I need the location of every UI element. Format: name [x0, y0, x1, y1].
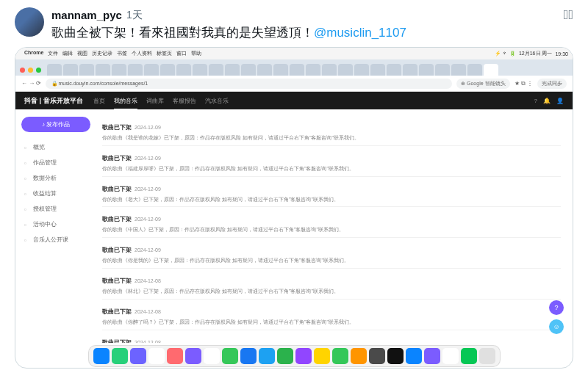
- msg-date: 2024-12-08: [135, 309, 161, 314]
- dock-app-icon[interactable]: [277, 348, 293, 364]
- dock-app-icon[interactable]: [259, 348, 275, 364]
- browser-tab[interactable]: [322, 64, 337, 76]
- browser-tab[interactable]: [370, 64, 385, 76]
- user-avatar[interactable]: 👤: [556, 98, 564, 104]
- dock-app-icon[interactable]: [295, 348, 312, 364]
- browser-tab[interactable]: [128, 64, 143, 76]
- dock-app-icon[interactable]: [185, 348, 201, 364]
- menubar-item[interactable]: 文件: [48, 50, 58, 57]
- dock-app-icon[interactable]: [424, 348, 440, 364]
- publish-button[interactable]: ♪ 发布作品: [21, 117, 90, 132]
- browser-tab[interactable]: [435, 64, 450, 76]
- dock-app-icon[interactable]: [130, 348, 146, 364]
- dock-app-icon[interactable]: [314, 348, 330, 364]
- dock-app-icon[interactable]: [167, 348, 183, 364]
- dock-app-icon[interactable]: [442, 348, 459, 364]
- lens-button[interactable]: ⊕ Google 智能镜头: [456, 79, 509, 89]
- browser-tab[interactable]: [112, 64, 126, 76]
- avatar[interactable]: [15, 7, 44, 37]
- msg-date: 2024-12-09: [135, 217, 161, 222]
- support-float-button[interactable]: ☺: [549, 319, 564, 334]
- browser-tab[interactable]: [290, 64, 304, 76]
- dock-app-icon[interactable]: [93, 348, 110, 364]
- bell-icon[interactable]: 🔔: [543, 98, 551, 104]
- url-bar[interactable]: 🔒 music.douyin.com/console/messages/1: [46, 79, 452, 89]
- nav-tab[interactable]: 首页: [93, 97, 105, 105]
- browser-tab[interactable]: [63, 64, 78, 76]
- browser-tab[interactable]: [306, 64, 320, 76]
- menubar-item[interactable]: 编辑: [62, 50, 73, 57]
- menubar-item[interactable]: 个人资料: [132, 50, 152, 57]
- message-item[interactable]: 歌曲已下架2024-12-09你的歌曲《中国人》已下架，原因：作品存在版权风险 …: [102, 207, 561, 238]
- dock-app-icon[interactable]: [332, 348, 348, 364]
- browser-tab[interactable]: [354, 64, 369, 76]
- sidebar-item[interactable]: ▫概览: [21, 139, 90, 155]
- help-float-button[interactable]: ?: [549, 300, 564, 315]
- browser-tab[interactable]: [176, 64, 191, 76]
- username[interactable]: mannam_pyc: [51, 9, 122, 21]
- browser-tab[interactable]: [338, 64, 353, 76]
- browser-tab[interactable]: [403, 64, 417, 76]
- sidebar-item[interactable]: ▫授权管理: [21, 201, 90, 217]
- menubar-item[interactable]: 帮助: [191, 50, 201, 57]
- menubar-item[interactable]: 窗口: [176, 50, 187, 57]
- nav-tab[interactable]: 汽水音乐: [205, 97, 229, 105]
- message-item[interactable]: 歌曲已下架2024-12-09你的歌曲《你是我的》已下架，原因：作品存在版权风险…: [102, 238, 561, 269]
- menubar-item[interactable]: 历史记录: [92, 50, 112, 57]
- browser-tab[interactable]: [451, 64, 466, 76]
- dock-app-icon[interactable]: [112, 348, 128, 364]
- menubar-icons[interactable]: ⚡ ᯤ 🔋: [495, 51, 516, 57]
- app-logo[interactable]: 抖音 | 音乐开放平台: [24, 96, 83, 106]
- browser-tab[interactable]: [96, 64, 110, 76]
- dock-app-icon[interactable]: [351, 348, 367, 364]
- browser-tab[interactable]: [467, 64, 482, 76]
- dock-app-icon[interactable]: [479, 348, 495, 364]
- ext-icons[interactable]: ★ ⧉ ⋮: [514, 80, 533, 87]
- dock-app-icon[interactable]: [461, 348, 477, 364]
- menubar-item[interactable]: 书签: [117, 50, 127, 57]
- help-icon[interactable]: ?: [534, 98, 537, 104]
- menubar-item[interactable]: 标签页: [157, 50, 172, 57]
- browser-tab[interactable]: [484, 64, 498, 76]
- browser-tab[interactable]: [257, 64, 272, 76]
- browser-tab[interactable]: [79, 64, 94, 76]
- message-item[interactable]: 歌曲已下架2024-12-09你的歌曲《我是谁的花嫁》已下架，原因：作品存在版权…: [102, 115, 561, 146]
- sidebar-item[interactable]: ▫数据分析: [21, 170, 90, 186]
- message-item[interactable]: 歌曲已下架2024-12-09你的歌曲《老大》已下架，原因：作品存在版权风险 如…: [102, 177, 561, 208]
- mention-link[interactable]: @musiclin_1107: [314, 26, 406, 40]
- browser-tab[interactable]: [144, 64, 159, 76]
- sync-button[interactable]: 完成同步: [537, 79, 567, 89]
- dock-app-icon[interactable]: [240, 348, 257, 364]
- message-item[interactable]: 歌曲已下架2024-12-08你的歌曲《林北》已下架，原因：作品存在版权风险 如…: [102, 269, 561, 300]
- dock-app-icon[interactable]: [204, 348, 220, 364]
- browser-tab[interactable]: [47, 64, 62, 76]
- browser-tab[interactable]: [209, 64, 223, 76]
- browser-tab[interactable]: [193, 64, 207, 76]
- browser-tab[interactable]: [387, 64, 401, 76]
- sidebar-item[interactable]: ▫音乐人公开课: [21, 232, 90, 247]
- sidebar-item[interactable]: ▫作品管理: [21, 155, 90, 170]
- dock-app-icon[interactable]: [369, 348, 385, 364]
- dock-app-icon[interactable]: [148, 348, 165, 364]
- browser-tab[interactable]: [160, 64, 175, 76]
- nav-tab[interactable]: 客服报告: [173, 97, 196, 105]
- nav-tab[interactable]: 词曲库: [146, 97, 164, 105]
- nav-tab[interactable]: 我的音乐: [114, 97, 137, 105]
- dock-app-icon[interactable]: [222, 348, 238, 364]
- dock-app-icon[interactable]: [406, 348, 422, 364]
- browser-tab[interactable]: [273, 64, 288, 76]
- nav-buttons[interactable]: ← → ⟳: [21, 80, 41, 87]
- message-item[interactable]: 歌曲已下架2024-12-09你的歌曲《福建厚厚呀》已下架，原因：作品存在版权风…: [102, 146, 561, 177]
- edit-icon[interactable]: ✎⃝: [564, 7, 573, 23]
- menubar-item[interactable]: Chrome: [24, 50, 43, 57]
- sidebar-item[interactable]: ▫收益结算: [21, 186, 90, 201]
- traffic-lights[interactable]: [20, 68, 41, 73]
- message-item[interactable]: 歌曲已下架2024-12-08你的歌曲《你醉了吗？》已下架，原因：作品存在版权风…: [102, 300, 561, 330]
- menubar-item[interactable]: 视图: [77, 50, 87, 57]
- browser-tab[interactable]: [241, 64, 256, 76]
- browser-tab[interactable]: [419, 64, 434, 76]
- browser-tab[interactable]: [225, 64, 240, 76]
- message-item[interactable]: 歌曲已下架2024-12-08你的歌曲《奔跑了》已下架，原因：作品存在版权风险 …: [102, 330, 561, 343]
- sidebar-item[interactable]: ▫活动中心: [21, 217, 90, 232]
- dock-app-icon[interactable]: [387, 348, 404, 364]
